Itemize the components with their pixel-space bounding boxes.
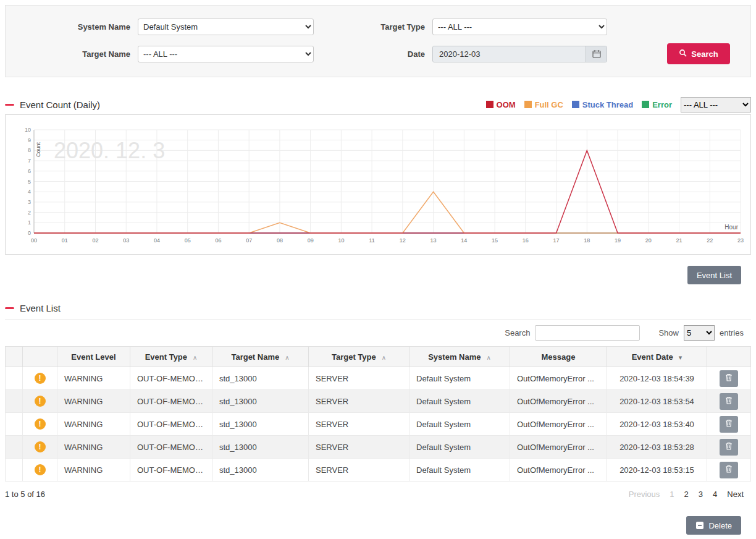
target-name-select[interactable]: --- ALL ---	[138, 46, 314, 62]
cell-target-type: SERVER	[309, 459, 410, 482]
event-list-button[interactable]: Event List	[687, 266, 741, 284]
trash-icon	[725, 419, 733, 429]
cell-system-name: Default System	[410, 436, 510, 459]
legend-item: Error	[642, 100, 672, 109]
svg-text:12: 12	[400, 237, 406, 244]
svg-text:17: 17	[553, 237, 560, 244]
page-link-2[interactable]: 2	[684, 490, 689, 499]
svg-text:1: 1	[28, 219, 31, 226]
page-link-1[interactable]: 1	[670, 490, 674, 499]
table-row: !WARNINGOUT-OF-MEMORYstd_13000SERVERDefa…	[6, 459, 751, 482]
cell-event-date: 2020-12-03 18:53:54	[607, 390, 707, 413]
svg-text:01: 01	[62, 237, 68, 244]
pagination: Previous1234Next	[629, 490, 751, 499]
trash-icon	[725, 396, 733, 406]
column-header-label: Target Type	[332, 352, 376, 362]
svg-text:07: 07	[246, 237, 252, 244]
cell-event-level: WARNING	[57, 436, 130, 459]
trash-icon	[725, 373, 733, 383]
sort-desc-icon: ▾	[679, 354, 682, 361]
cell-event-type: OUT-OF-MEMORY	[130, 367, 212, 390]
search-button[interactable]: Search	[667, 43, 730, 64]
legend-item: Full GC	[524, 100, 563, 109]
column-header-event-type[interactable]: Event Type∧	[130, 347, 212, 367]
row-cell-blank	[6, 390, 23, 413]
cell-event-type: OUT-OF-MEMORY	[130, 459, 212, 482]
page-link-3[interactable]: 3	[699, 490, 703, 499]
row-cell-delete	[707, 413, 751, 436]
column-header-event-level[interactable]: Event Level	[57, 347, 130, 367]
chart-svg: 0123456789100001020304050607080910111213…	[6, 115, 750, 254]
svg-text:8: 8	[28, 147, 31, 153]
svg-text:13: 13	[430, 237, 437, 244]
search-button-label: Search	[691, 49, 718, 59]
column-header-target-name[interactable]: Target Name∧	[212, 347, 309, 367]
calendar-icon[interactable]	[586, 46, 607, 62]
row-delete-button[interactable]	[720, 439, 738, 456]
svg-text:2020. 12. 3: 2020. 12. 3	[54, 138, 165, 163]
delete-button[interactable]: Delete	[686, 516, 741, 535]
column-header-message[interactable]: Message	[510, 347, 607, 367]
svg-text:00: 00	[31, 237, 37, 244]
show-label: Show	[658, 328, 679, 337]
filter-row-1: System Name Default System Target Type -…	[6, 19, 750, 35]
table-row: !WARNINGOUT-OF-MEMORYstd_13000SERVERDefa…	[6, 436, 751, 459]
legend-label: OOM	[497, 100, 516, 109]
svg-text:Count: Count	[35, 142, 41, 157]
system-name-select[interactable]: Default System	[138, 19, 314, 35]
date-input[interactable]	[433, 46, 586, 62]
header-cell-blank	[23, 347, 57, 367]
section-separator	[5, 320, 751, 320]
cell-event-level: WARNING	[57, 413, 130, 436]
table-search-input[interactable]	[535, 325, 640, 341]
svg-text:6: 6	[28, 168, 31, 174]
svg-text:9: 9	[28, 137, 31, 143]
page-link-next[interactable]: Next	[727, 490, 744, 499]
target-type-select[interactable]: --- ALL ---	[432, 19, 607, 35]
row-cell-blank	[6, 436, 23, 459]
cell-event-date: 2020-12-03 18:53:40	[607, 413, 707, 436]
cell-event-level: WARNING	[57, 367, 130, 390]
row-cell-delete	[707, 436, 751, 459]
legend-swatch-icon	[524, 101, 532, 108]
chart-filter-select[interactable]: --- ALL ---	[681, 97, 751, 112]
svg-text:20: 20	[645, 237, 652, 244]
cell-target-type: SERVER	[309, 413, 410, 436]
minus-square-icon	[695, 521, 704, 530]
trash-icon	[725, 442, 733, 452]
table-row: !WARNINGOUT-OF-MEMORYstd_13000SERVERDefa…	[6, 413, 751, 436]
row-delete-button[interactable]	[720, 462, 738, 478]
legend-swatch-icon	[572, 101, 579, 108]
svg-text:08: 08	[277, 237, 283, 244]
cell-event-type: OUT-OF-MEMORY	[130, 390, 212, 413]
column-header-system-name[interactable]: System Name∧	[410, 347, 510, 367]
system-name-label: System Name	[6, 22, 138, 32]
svg-text:11: 11	[369, 237, 374, 244]
table-row: !WARNINGOUT-OF-MEMORYstd_13000SERVERDefa…	[6, 390, 751, 413]
legend-label: Error	[652, 100, 672, 109]
entries-label: entries	[720, 328, 744, 337]
legend-label: Full GC	[535, 100, 563, 109]
row-delete-button[interactable]	[720, 416, 738, 433]
legend-swatch-icon	[486, 101, 494, 108]
column-header-event-date[interactable]: Event Date▾	[607, 347, 707, 367]
event-list-button-row: Event List	[5, 266, 751, 284]
row-delete-button[interactable]	[720, 370, 738, 387]
table-controls: Search Show 5 entries	[5, 325, 751, 341]
page-link-previous[interactable]: Previous	[629, 490, 660, 499]
warning-icon: !	[35, 464, 46, 475]
date-label: Date	[314, 49, 432, 59]
page-size-select[interactable]: 5	[684, 325, 715, 341]
section-dash-icon	[5, 307, 14, 309]
event-table: Event LevelEvent Type∧Target Name∧Target…	[5, 346, 751, 482]
sort-asc-icon: ∧	[486, 354, 490, 361]
svg-text:2: 2	[28, 210, 31, 216]
page-link-4[interactable]: 4	[713, 490, 717, 499]
svg-text:Hour: Hour	[724, 224, 738, 231]
svg-text:3: 3	[28, 199, 31, 205]
cell-event-date: 2020-12-03 18:53:15	[607, 459, 707, 482]
row-delete-button[interactable]	[720, 393, 738, 410]
row-cell-level-icon: !	[23, 413, 57, 436]
header-cell-blank	[6, 347, 23, 367]
column-header-target-type[interactable]: Target Type∧	[309, 347, 410, 367]
